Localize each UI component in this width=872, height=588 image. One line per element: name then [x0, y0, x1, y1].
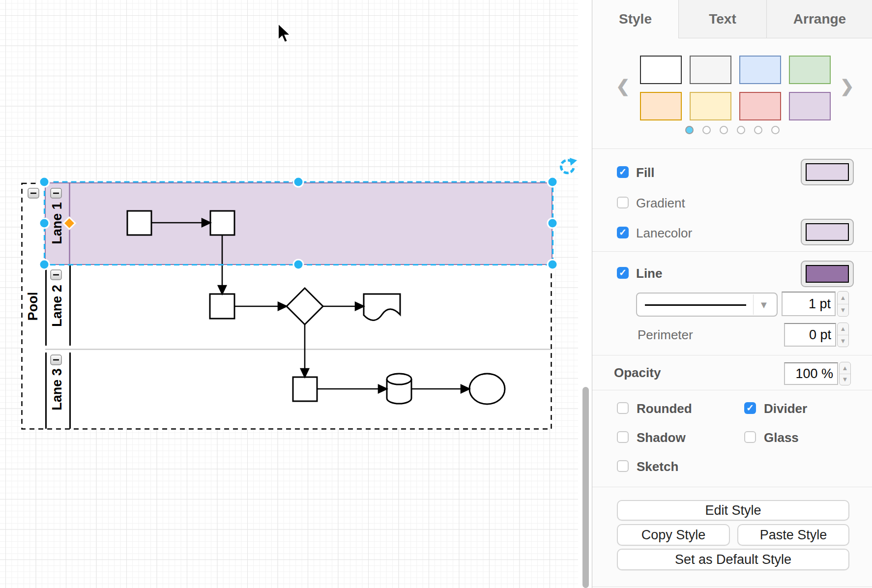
checkbox-lanecolor[interactable]: ✓ — [617, 227, 629, 238]
style-swatch-5[interactable] — [690, 92, 731, 120]
rounded-label: Rounded — [637, 401, 692, 416]
style-swatch-4[interactable] — [640, 92, 682, 120]
lanecolor-label: Lanecolor — [636, 226, 692, 241]
perimeter-input[interactable]: 0 pt — [784, 323, 836, 347]
checkbox-shadow[interactable] — [617, 431, 629, 443]
lanecolor-color-button[interactable] — [801, 219, 854, 245]
task-node[interactable] — [127, 211, 151, 235]
rotate-handle-icon[interactable] — [561, 158, 577, 173]
line-style-dropdown[interactable]: ▼ — [636, 293, 778, 317]
swatch-next-icon[interactable]: ❯ — [840, 76, 854, 96]
checkbox-rounded[interactable] — [617, 402, 629, 414]
lanecolor-color-preview — [806, 223, 849, 241]
swatch-page-dot-4[interactable] — [754, 126, 762, 134]
tab-text[interactable]: Text — [679, 0, 766, 38]
opacity-stepper[interactable]: ▲▼ — [839, 362, 851, 385]
format-tabbar: Style Text Arrange — [592, 0, 872, 38]
opacity-input[interactable]: 100 % — [784, 362, 838, 385]
style-swatch-1[interactable] — [690, 56, 731, 84]
dropdown-arrow-icon: ▼ — [759, 299, 769, 311]
style-swatch-grid — [640, 56, 832, 120]
perimeter-stepper[interactable]: ▲▼ — [837, 323, 849, 347]
line-style-preview — [645, 304, 746, 306]
perimeter-label: Perimeter — [638, 327, 693, 343]
copy-style-button[interactable]: Copy Style — [617, 524, 730, 546]
lane-1-collapse-button[interactable] — [51, 188, 61, 198]
format-panel: Style Text Arrange ❮ ❯ ✓ Fill Gradient ✓… — [592, 0, 872, 588]
swatch-pagination — [592, 125, 872, 134]
task-node[interactable] — [293, 377, 317, 401]
swatch-page-dot-5[interactable] — [771, 126, 780, 134]
glass-label: Glass — [764, 430, 799, 445]
line-width-input[interactable]: 1 pt — [782, 292, 836, 316]
swatch-page-dot-0[interactable] — [685, 126, 694, 134]
swatch-prev-icon[interactable]: ❮ — [616, 76, 630, 96]
line-color-button[interactable] — [801, 261, 854, 287]
line-label: Line — [636, 266, 662, 281]
task-node[interactable] — [210, 211, 234, 235]
lane-2-collapse-button[interactable] — [51, 270, 61, 280]
drawing-canvas[interactable]: Pool Lane 1 Lane 2 Lane 3 — [0, 0, 592, 588]
checkbox-divider[interactable]: ✓ — [744, 402, 756, 414]
database-cylinder[interactable] — [387, 374, 411, 404]
shadow-label: Shadow — [637, 430, 686, 445]
tab-style[interactable]: Style — [592, 0, 679, 38]
opacity-label: Opacity — [614, 365, 661, 381]
style-swatch-3[interactable] — [789, 56, 831, 84]
set-default-style-button[interactable]: Set as Default Style — [617, 549, 849, 570]
checkbox-sketch[interactable] — [617, 460, 629, 472]
task-node[interactable] — [210, 294, 234, 319]
canvas-vertical-scrollbar[interactable] — [582, 387, 589, 588]
checkbox-fill[interactable]: ✓ — [617, 166, 629, 178]
end-event-ellipse[interactable] — [469, 374, 505, 404]
edit-style-button[interactable]: Edit Style — [617, 500, 849, 521]
gradient-label: Gradient — [636, 196, 685, 211]
lane-1-shape[interactable] — [45, 183, 552, 265]
swatch-page-dot-1[interactable] — [702, 126, 711, 134]
style-swatch-6[interactable] — [739, 92, 781, 120]
lane-3-collapse-button[interactable] — [51, 355, 61, 365]
style-swatch-0[interactable] — [640, 56, 682, 84]
line-width-stepper[interactable]: ▲▼ — [837, 291, 849, 317]
swatch-page-dot-3[interactable] — [737, 126, 745, 134]
fill-label: Fill — [636, 165, 655, 180]
checkbox-line[interactable]: ✓ — [617, 267, 629, 279]
style-swatch-7[interactable] — [789, 92, 831, 120]
pool-collapse-button[interactable] — [28, 188, 39, 198]
divider-label: Divider — [764, 401, 807, 416]
style-swatch-2[interactable] — [739, 56, 781, 84]
fill-color-preview — [806, 163, 849, 181]
paste-style-button[interactable]: Paste Style — [737, 524, 849, 546]
checkbox-gradient[interactable] — [617, 197, 629, 208]
fill-color-button[interactable] — [801, 159, 854, 185]
tab-arrange[interactable]: Arrange — [766, 0, 872, 38]
checkbox-glass[interactable] — [744, 431, 756, 443]
mouse-cursor — [278, 24, 290, 42]
swatch-page-dot-2[interactable] — [720, 126, 728, 134]
sketch-label: Sketch — [637, 459, 678, 474]
line-color-preview — [806, 265, 849, 283]
